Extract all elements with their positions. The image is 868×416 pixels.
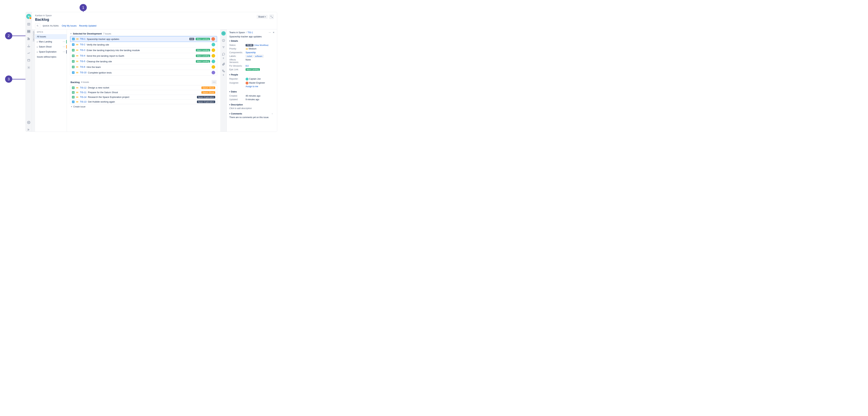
project-avatar[interactable]: [26, 14, 31, 19]
nav-rail: [26, 12, 32, 132]
versions-tab[interactable]: VERSIONS: [32, 29, 35, 132]
comments-icon[interactable]: [221, 52, 225, 56]
section-description[interactable]: ▾Description: [229, 103, 275, 106]
label-tag[interactable]: rocket: [246, 55, 253, 58]
detail-issue-key[interactable]: TIS-1: [248, 31, 253, 34]
assignee-avatar[interactable]: [212, 71, 215, 74]
priority-icon: [246, 48, 248, 50]
assignee-avatar[interactable]: [212, 43, 215, 46]
settings-icon[interactable]: [27, 66, 31, 70]
reports-icon[interactable]: [27, 51, 31, 55]
issue-key[interactable]: TIS-10: [80, 71, 87, 74]
issue-key[interactable]: TIS-14: [80, 96, 87, 98]
issue-row[interactable]: TIS-6Hire the team: [70, 64, 217, 70]
issue-row[interactable]: TIS-3Enter the landing trajectory into t…: [70, 47, 217, 53]
detail-rail: 0 0: [220, 29, 227, 132]
epic-all-issues[interactable]: All issues: [35, 34, 67, 39]
assignee-avatar[interactable]: [211, 37, 215, 41]
issue-key[interactable]: TIS-2: [80, 43, 85, 46]
assignee-avatar[interactable]: [212, 65, 215, 69]
info-icon[interactable]: [221, 38, 225, 42]
section-dates[interactable]: ▾Dates: [229, 91, 275, 93]
status-value[interactable]: TO DO: [246, 44, 253, 46]
epic-pill[interactable]: Mars Landing: [196, 55, 210, 57]
search-button[interactable]: [35, 24, 40, 28]
issue-row[interactable]: TIS-12Design a new rocketSaturn Shoot: [70, 85, 217, 90]
issue-summary: Enter the landing trajectory into the la…: [87, 49, 140, 51]
component-link[interactable]: Spaceship: [246, 51, 275, 54]
issue-summary: Get Hubble working again: [88, 100, 115, 103]
assignee-avatar[interactable]: [212, 48, 215, 52]
epic-pill[interactable]: Space Exploration: [197, 96, 215, 98]
assign-to-me-link[interactable]: Assign to me: [246, 85, 275, 88]
filter-only-my-issues[interactable]: Only My Issues: [62, 25, 76, 27]
issue-row[interactable]: TIS-5Cleanup the landing siteMars Landin…: [70, 59, 217, 64]
section-comments[interactable]: ▾Comments↑: [229, 112, 275, 115]
view-workflow-link[interactable]: (View Workflow): [254, 44, 268, 46]
description-placeholder[interactable]: Click to add description: [229, 107, 275, 110]
more-icon[interactable]: ⋯: [269, 31, 271, 34]
no-comments-text: There are no comments yet on this issue.: [229, 116, 275, 118]
back-to-top-icon[interactable]: ↑: [272, 112, 273, 115]
section-people[interactable]: ▾People: [229, 73, 275, 76]
svg-rect-2: [28, 23, 30, 25]
issue-key[interactable]: TIS-1: [80, 38, 85, 40]
attachments-icon[interactable]: [221, 62, 225, 66]
epic-pill[interactable]: Mars Landing: [196, 38, 210, 40]
roadmap-icon[interactable]: [27, 37, 31, 41]
detail-avatar-icon[interactable]: [221, 31, 226, 36]
filter-recently-updated[interactable]: Recently Updated: [79, 25, 96, 27]
assignee-avatar[interactable]: [212, 54, 215, 58]
issue-row[interactable]: TIS-14Research the Space Exploration pro…: [70, 95, 217, 100]
issue-key[interactable]: TIS-11: [80, 91, 87, 94]
epic-pill[interactable]: Mars Landing: [196, 60, 210, 63]
svg-point-1: [28, 16, 29, 17]
issue-key[interactable]: TIS-13: [80, 101, 87, 103]
fix-version-link[interactable]: 8.0: [246, 65, 275, 67]
board-icon[interactable]: [27, 22, 31, 26]
svg-rect-21: [76, 44, 78, 44]
epic-item[interactable]: ▸ Saturn Shoot ⋯: [35, 44, 67, 49]
issue-key[interactable]: TIS-6: [80, 66, 85, 68]
fullscreen-button[interactable]: [270, 14, 274, 19]
plus-icon: +: [71, 105, 72, 108]
ship-icon[interactable]: [27, 44, 31, 48]
assignee-avatar[interactable]: [212, 60, 215, 63]
issue-row[interactable]: TIS-2Verify the landing site: [70, 42, 217, 47]
epic-pill[interactable]: Mars Landing: [196, 49, 210, 51]
backlog-icon[interactable]: [27, 29, 31, 33]
gear-icon[interactable]: [27, 120, 31, 125]
create-issue[interactable]: + Create issue: [70, 104, 217, 109]
subtasks-icon[interactable]: [221, 69, 225, 73]
issue-row[interactable]: TIS-4Send the pre-landing report to Eart…: [70, 53, 217, 59]
epic-issues-without[interactable]: Issues without epics: [35, 54, 67, 59]
filter-icon[interactable]: [221, 45, 225, 49]
issue-key[interactable]: TIS-5: [80, 60, 85, 63]
more-icon[interactable]: ⋯: [212, 80, 217, 84]
epic-pill[interactable]: Saturn Shoot: [202, 86, 215, 89]
issue-row[interactable]: TIS-11Prepare for the Saturn ShootSaturn…: [70, 90, 217, 95]
issue-key[interactable]: TIS-12: [80, 86, 87, 89]
detail-project[interactable]: Teams in Space: [229, 31, 245, 34]
pages-icon[interactable]: [27, 58, 31, 62]
board-switcher[interactable]: Board ▾: [257, 15, 268, 19]
close-icon[interactable]: ✕: [273, 31, 275, 34]
section-backlog[interactable]: Backlog 4 issues ⋯: [70, 79, 217, 85]
expand-icon[interactable]: [27, 128, 31, 132]
section-details[interactable]: ▾Details: [229, 40, 275, 42]
chevron-down-icon: ▾: [229, 40, 230, 42]
epic-pill[interactable]: Space Exploration: [197, 101, 215, 103]
issue-key[interactable]: TIS-3: [80, 49, 85, 51]
issue-row[interactable]: TIS-10Complete ignition tests: [70, 70, 217, 75]
issue-row[interactable]: TIS-13Get Hubble working againSpace Expl…: [70, 100, 217, 104]
issue-key[interactable]: TIS-4: [80, 55, 85, 57]
breadcrumb[interactable]: Kanban in Space: [35, 14, 274, 17]
issue-row[interactable]: TIS-1Spaceship tracker app updates8.0Mar…: [70, 36, 217, 42]
svg-rect-57: [246, 48, 248, 49]
epic-link-pill[interactable]: Mars Landing: [246, 68, 260, 71]
epic-item[interactable]: ▸ Space Exploration ⋯: [35, 49, 67, 54]
epic-pill[interactable]: Saturn Shoot: [202, 91, 215, 94]
label-tag[interactable]: software: [254, 55, 264, 58]
section-selected-for-dev[interactable]: ▾ Selected for Development 7 issues: [70, 31, 217, 36]
epic-item[interactable]: ▸ Mars Landing ⋯: [35, 39, 67, 44]
